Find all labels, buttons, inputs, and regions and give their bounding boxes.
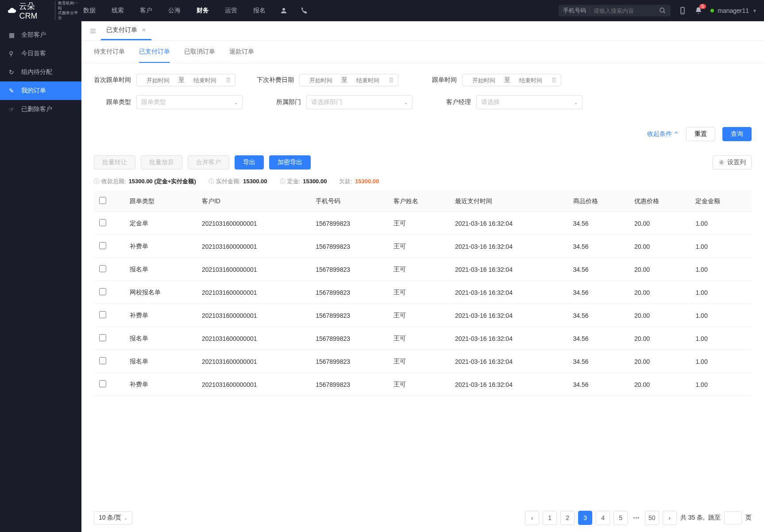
logo: 云朵CRM 教育机构一站 式服务云平台 [7,1,81,21]
table-row[interactable]: 定金单20210316000000011567899823王可2021-03-1… [94,212,752,235]
date-range-input[interactable]: 至 🗓 [136,74,235,86]
cell: 定金单 [124,212,197,235]
cell: 1.00 [690,304,752,327]
table-row[interactable]: 补费单20210316000000011567899823王可2021-03-1… [94,304,752,327]
table-row[interactable]: 报名单20210316000000011567899823王可2021-03-1… [94,350,752,373]
row-checkbox[interactable] [99,357,106,364]
cell: 1.00 [690,350,752,373]
summary-paid: ⓘ实付金额:15300.00 [208,177,267,185]
set-columns-button[interactable]: 设置列 [713,155,752,170]
department-select[interactable]: 请选择部门⌄ [306,95,413,109]
page-size-select[interactable]: 10 条/页⌄ [94,511,132,524]
batch-abandon-button[interactable]: 批量放弃 [141,155,182,170]
page-number-button[interactable]: 5 [614,511,628,525]
start-date-input[interactable] [140,77,176,84]
table-row[interactable]: 报名单20210316000000011567899823王可2021-03-1… [94,258,752,281]
page-tab[interactable]: 已支付订单 ✕ [101,21,151,40]
batch-transfer-button[interactable]: 批量转让 [94,155,135,170]
cell: 2021-03-16 16:32:04 [450,212,568,235]
collapse-filter-button[interactable]: 收起条件 ⌃ [647,130,679,138]
table-row[interactable]: 网校报名单20210316000000011567899823王可2021-03… [94,281,752,304]
end-date-input[interactable] [187,77,223,84]
search-icon[interactable] [659,7,666,14]
sidebar-item[interactable]: ↻组内待分配 [0,63,81,81]
header-bar: 云朵CRM 教育机构一站 式服务云平台 数据线索客户公海财务运营报名 手机号码 … [0,0,764,21]
user-menu[interactable]: manager11 ▼ [710,7,757,14]
column-header: 最近支付时间 [450,191,568,212]
prev-page-button[interactable]: ‹ [525,511,539,525]
sidebar-item[interactable]: ▦全部客户 [0,26,81,44]
sidebar-item[interactable]: ✎我的订单 [0,81,81,100]
subtab[interactable]: 已取消订单 [184,48,215,63]
export-button[interactable]: 导出 [235,155,264,170]
row-checkbox[interactable] [99,311,106,318]
cloud-icon [7,6,16,15]
row-checkbox[interactable] [99,242,106,249]
select-all-checkbox[interactable] [99,197,106,204]
column-header: 商品价格 [568,191,629,212]
row-checkbox[interactable] [99,334,106,341]
table-row[interactable]: 补费单20210316000000011567899823王可2021-03-1… [94,235,752,258]
nav-item[interactable]: 线索 [110,7,126,15]
row-checkbox[interactable] [99,219,106,226]
page-suffix: 页 [745,514,752,522]
search-input[interactable] [594,8,656,14]
cell: 1567899823 [310,373,388,396]
info-icon: ⓘ [208,178,214,185]
row-checkbox[interactable] [99,380,106,387]
last-page-button[interactable]: 50 [645,511,659,525]
cell: 2021031600000001 [197,350,310,373]
start-date-input[interactable] [303,77,339,84]
sidebar-icon: ▦ [9,31,16,39]
reset-button[interactable]: 重置 [686,127,715,141]
manager-select[interactable]: 请选择⌄ [476,95,583,109]
page-number-button[interactable]: 3 [578,511,592,525]
merge-customer-button[interactable]: 合并客户 [188,155,229,170]
nav-item[interactable]: 运营 [223,7,239,15]
subtab[interactable]: 退款订单 [229,48,254,63]
user-icon[interactable] [280,7,288,15]
nav-item[interactable]: 财务 [195,7,211,15]
bell-icon[interactable]: 5 [695,7,702,15]
date-range-input[interactable]: 至 🗓 [299,74,398,86]
mobile-icon[interactable] [679,7,687,15]
table-row[interactable]: 补费单20210316000000011567899823王可2021-03-1… [94,373,752,396]
page-number-button[interactable]: 4 [596,511,610,525]
close-icon[interactable]: ✕ [142,27,146,33]
end-date-input[interactable] [350,77,386,84]
sidebar-item[interactable]: ☞已删除客户 [0,100,81,119]
nav-item[interactable]: 数据 [81,7,97,15]
table-row[interactable]: 报名单20210316000000011567899823王可2021-03-1… [94,327,752,350]
nav-item[interactable]: 公海 [166,7,182,15]
subtab[interactable]: 已支付订单 [139,48,170,63]
search-type-select[interactable]: 手机号码 [563,7,590,15]
cell: 王可 [388,350,449,373]
sidebar-icon: ⚲ [9,50,16,57]
row-checkbox[interactable] [99,288,106,295]
row-checkbox[interactable] [99,265,106,272]
chevron-up-icon: ⌃ [674,131,679,138]
encrypted-export-button[interactable]: 加密导出 [269,155,311,170]
top-nav: 数据线索客户公海财务运营报名 [81,0,267,21]
sidebar-icon: ✎ [9,87,16,94]
collapse-sidebar-icon[interactable] [85,27,101,35]
phone-icon[interactable] [300,7,308,15]
date-range-input[interactable]: 至 🗓 [462,74,561,86]
next-page-button[interactable]: › [663,511,677,525]
sidebar-item[interactable]: ⚲今日首客 [0,44,81,63]
cell: 王可 [388,281,449,304]
start-date-input[interactable] [466,77,502,84]
nav-item[interactable]: 报名 [251,7,267,15]
jump-page-input[interactable] [724,511,742,524]
page-number-button[interactable]: 2 [560,511,575,525]
cell: 1.00 [690,235,752,258]
subtab[interactable]: 待支付订单 [94,48,125,63]
query-button[interactable]: 查询 [722,127,752,141]
cell: 2021031600000001 [197,327,310,350]
end-date-input[interactable] [513,77,548,84]
follow-type-select[interactable]: 跟单类型⌄ [136,95,243,109]
page-number-button[interactable]: 1 [543,511,557,525]
search-box: 手机号码 [559,5,671,16]
nav-item[interactable]: 客户 [138,7,154,15]
cell: 1567899823 [310,258,388,281]
